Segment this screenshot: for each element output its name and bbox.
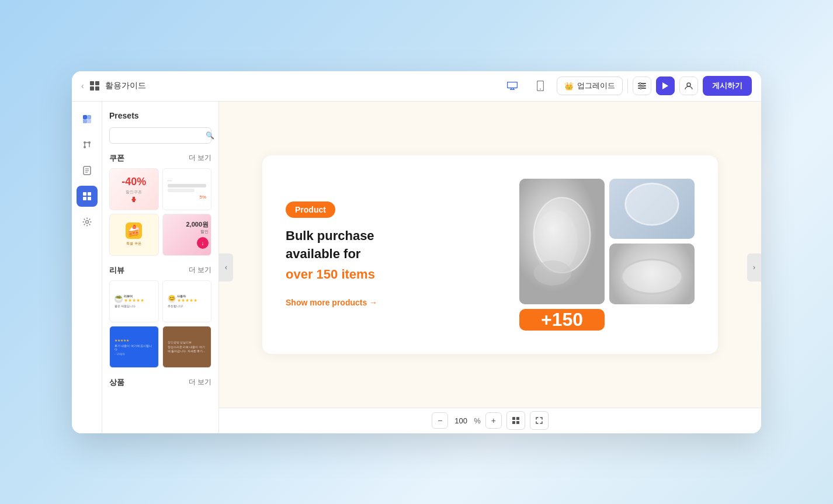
- nav-pages[interactable]: [77, 160, 98, 181]
- product-badge: Product: [286, 201, 335, 218]
- coupon-preset-4[interactable]: 2,000원 할인 ↓: [162, 214, 212, 256]
- svg-point-39: [622, 259, 682, 293]
- svg-rect-41: [516, 417, 519, 420]
- coupon-label: 쿠폰: [109, 153, 124, 164]
- upgrade-button[interactable]: 👑 업그레이드: [557, 77, 623, 95]
- search-icon: 🔍: [206, 131, 214, 140]
- product-card: Product Bulk purchase available for over…: [262, 155, 718, 354]
- review-label: 리뷰: [109, 265, 124, 276]
- svg-rect-13: [83, 115, 87, 119]
- svg-point-35: [534, 260, 572, 285]
- svg-rect-28: [88, 192, 91, 196]
- product-text: Product Bulk purchase available for over…: [286, 201, 496, 307]
- coupon-preset-3[interactable]: 🍰 특별 쿠폰: [109, 214, 159, 256]
- grid-icon[interactable]: [90, 81, 99, 91]
- back-icon[interactable]: ‹: [81, 81, 84, 91]
- topbar-right: 👑 업그레이드: [557, 76, 752, 96]
- zoom-out-button[interactable]: −: [432, 412, 448, 429]
- grid-view-btn[interactable]: [506, 411, 525, 430]
- canvas-content: Product Bulk purchase available for over…: [219, 102, 761, 408]
- product-label: 상품: [109, 377, 124, 388]
- sidebar-title: Presets: [109, 111, 211, 120]
- search-box[interactable]: 🔍: [109, 127, 211, 144]
- main-product-image: [519, 179, 605, 304]
- svg-point-11: [640, 88, 642, 89]
- glass-image-main: [519, 179, 605, 304]
- review-preset-4[interactable]: 장인공방 성실리뷰 정성스러운 리뷰 내용이 여기에 들어갑니다. 자세한 후기…: [162, 326, 212, 368]
- product-more-link[interactable]: 더 보기: [189, 377, 211, 387]
- svg-rect-27: [83, 192, 86, 196]
- zoom-in-button[interactable]: +: [485, 412, 502, 429]
- nav-presets[interactable]: [77, 186, 98, 207]
- main-content: Presets 🔍 쿠폰 더 보기 -40% 할인쿠폰: [72, 102, 761, 433]
- product-images: +150: [519, 179, 695, 331]
- settings-icon-btn[interactable]: [633, 77, 651, 95]
- canvas-toolbar: − 100 % +: [219, 408, 761, 433]
- svg-point-12: [687, 83, 690, 86]
- review-presets: 🥗 리뷰어 ★★★★★ 좋은 제품입니다 😊: [109, 280, 211, 368]
- review-preset-3[interactable]: ★★★★★ 후기 내용이 여기에 표시됩니다 - 구매자: [109, 326, 159, 368]
- mobile-view-btn[interactable]: [531, 77, 550, 95]
- product-heading: Bulk purchase available for: [286, 227, 496, 263]
- glass-image-top-right: [609, 179, 695, 239]
- count-text: +150: [541, 309, 583, 331]
- svg-point-10: [643, 85, 644, 87]
- coupon-section-header: 쿠폰 더 보기: [109, 153, 211, 164]
- play-icon-btn[interactable]: [656, 77, 675, 95]
- canvas-nav-left[interactable]: ‹: [219, 253, 233, 281]
- coupon-preset-1[interactable]: -40% 할인쿠폰: [109, 168, 159, 210]
- svg-rect-16: [87, 119, 91, 123]
- product-image-top-right: [609, 179, 695, 239]
- sidebar: Presets 🔍 쿠폰 더 보기 -40% 할인쿠폰: [102, 102, 219, 433]
- desktop-view-btn[interactable]: [503, 77, 522, 95]
- app-window: ‹ 활용가이드: [72, 71, 761, 433]
- left-nav: [72, 102, 102, 433]
- publish-button[interactable]: 게시하기: [703, 76, 752, 96]
- review-section-header: 리뷰 더 보기: [109, 265, 211, 276]
- topbar-center: [503, 77, 550, 95]
- show-more-link[interactable]: Show more products →: [286, 298, 496, 307]
- svg-rect-14: [87, 115, 91, 119]
- nav-layers[interactable]: [77, 109, 98, 130]
- svg-point-31: [85, 220, 88, 223]
- topbar-left: ‹ 활용가이드: [81, 81, 496, 91]
- svg-rect-29: [83, 197, 86, 200]
- page-title: 활용가이드: [105, 81, 146, 91]
- divider: [627, 79, 628, 93]
- review-preset-2[interactable]: 😊 사용자 ★★★★★ 추천합니다!: [162, 280, 212, 322]
- svg-point-5: [540, 89, 541, 90]
- svg-rect-30: [88, 197, 91, 200]
- topbar: ‹ 활용가이드: [72, 71, 761, 102]
- svg-rect-43: [516, 421, 519, 424]
- svg-rect-0: [508, 82, 518, 88]
- product-section-header: 상품 더 보기: [109, 377, 211, 388]
- svg-point-9: [640, 83, 641, 85]
- svg-rect-40: [512, 417, 515, 420]
- nav-settings[interactable]: [77, 211, 98, 232]
- review-preset-1[interactable]: 🥗 리뷰어 ★★★★★ 좋은 제품입니다: [109, 280, 159, 322]
- glass-image-bottom-right: [609, 244, 695, 304]
- canvas-area: ‹ › Product Bulk purchase available for …: [219, 102, 761, 433]
- svg-rect-42: [512, 421, 515, 424]
- fullscreen-btn[interactable]: [530, 411, 549, 430]
- nav-components[interactable]: [77, 134, 98, 155]
- canvas-nav-right[interactable]: ›: [747, 253, 761, 281]
- coupon-more-link[interactable]: 더 보기: [189, 153, 211, 163]
- product-count-box: +150: [519, 309, 605, 331]
- review-more-link[interactable]: 더 보기: [189, 265, 211, 275]
- zoom-value: 100: [453, 416, 469, 425]
- user-icon-btn[interactable]: [679, 77, 698, 95]
- zoom-percent: %: [474, 416, 481, 425]
- coupon-presets: -40% 할인쿠폰 ··· 5%: [109, 168, 211, 256]
- svg-rect-15: [83, 119, 87, 123]
- coupon-preset-2[interactable]: ··· 5%: [162, 168, 212, 210]
- product-subheading: over 150 items: [286, 266, 496, 284]
- crown-icon: 👑: [564, 82, 574, 91]
- svg-point-37: [626, 183, 679, 224]
- product-image-bottom-right: [609, 244, 695, 304]
- search-input[interactable]: [114, 131, 202, 140]
